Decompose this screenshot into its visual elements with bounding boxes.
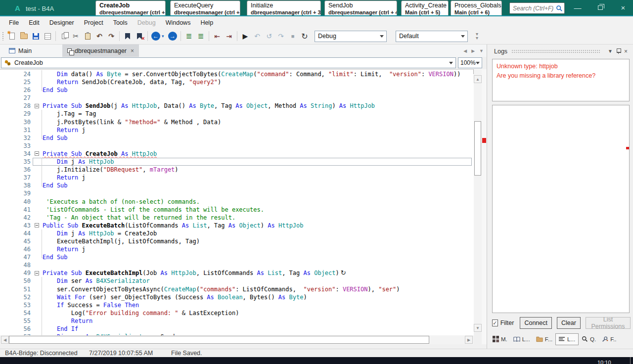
restore-button[interactable] [592, 0, 608, 15]
clear-bookmarks-button[interactable]: ✕ [134, 31, 145, 42]
tab-find-references[interactable]: F.. [599, 333, 619, 345]
search-input[interactable] [513, 5, 556, 12]
code-line[interactable]: 24 Dim data() As Byte = ser.ConvertObjec… [0, 70, 474, 78]
outdent-button[interactable]: ⇤ [212, 31, 223, 42]
scroll-down-icon[interactable]: ▼ [474, 324, 482, 332]
code-line[interactable]: 27 [0, 94, 474, 102]
scroll-tabs-right-icon[interactable]: ▶ [471, 48, 475, 53]
undo-button[interactable]: ↶ [94, 31, 105, 42]
fold-collapse-icon[interactable] [35, 223, 39, 228]
tab-logs[interactable]: L... [555, 333, 579, 345]
paste-button[interactable] [82, 31, 93, 42]
search-icon[interactable] [556, 5, 563, 12]
code-line[interactable]: 51 ser.ConvertObjectToBytesAsync(CreateM… [0, 285, 474, 293]
code-line[interactable]: 41 'ListOfCommands - List of the command… [0, 206, 474, 214]
export-button[interactable] [42, 31, 53, 42]
quick-tab-activity-create[interactable]: Activity_Create Main (ctrl + 5) [401, 0, 449, 16]
tab-files[interactable]: F... [533, 334, 555, 345]
code-line[interactable]: 40 'Executes a batch of (non-select) com… [0, 198, 474, 206]
close-button[interactable]: × [615, 0, 631, 15]
code-line[interactable]: 47End Sub [0, 253, 474, 261]
code-line[interactable]: 42 'Tag - An object that will be returne… [0, 214, 474, 222]
fold-collapse-icon[interactable] [35, 271, 39, 275]
indent-button[interactable]: ⇥ [224, 31, 234, 42]
code-line[interactable]: 53 If Success = False Then [0, 301, 474, 309]
scroll-tabs-left-icon[interactable]: ◀ [463, 48, 467, 53]
quick-tab-executequery[interactable]: ExecuteQuery dbrequestmanager (ctrl + 2 [170, 0, 240, 16]
code-line[interactable]: 30 j.PostBytes(link & "?method=" & Metho… [0, 118, 474, 126]
quick-tab-sendjob[interactable]: SendJob dbrequestmanager (ctrl + 4 [324, 0, 397, 16]
editor-zoom-select[interactable]: 100% [458, 57, 482, 68]
code-line[interactable]: 34Private Sub CreateJob As HttpJob [0, 150, 474, 158]
code-line[interactable]: 29 j.Tag = Tag [0, 110, 474, 118]
build-mode-select[interactable]: Debug [315, 31, 387, 42]
menu-help[interactable]: Help [196, 18, 218, 27]
code-line[interactable]: 38End Sub [0, 182, 474, 189]
sub-navigator-select[interactable]: CreateJob [1, 57, 456, 68]
menu-tools[interactable]: Tools [109, 18, 132, 27]
navigate-back-button[interactable]: ← [150, 31, 161, 42]
code-line[interactable]: 55 Return [0, 317, 474, 325]
quick-tab-createjob[interactable]: CreateJob dbrequestmanager (ctrl + 1 [95, 0, 166, 16]
scroll-right-icon[interactable]: ▶ [465, 336, 473, 344]
cut-button[interactable]: ✂ [70, 31, 81, 42]
close-tab-icon[interactable]: × [131, 47, 134, 54]
code-line[interactable]: 32End Sub [0, 134, 474, 142]
pin-icon[interactable] [616, 48, 621, 54]
tab-list-dropdown-icon[interactable]: ▼ [479, 48, 484, 53]
code-editor[interactable]: 24 Dim data() As Byte = ser.ConvertObjec… [0, 69, 474, 335]
doc-tab-main[interactable]: Main [4, 45, 37, 57]
scroll-left-icon[interactable]: ◀ [1, 336, 9, 344]
code-line[interactable]: 25 Return SendJob(CreateJob, data, Tag, … [0, 78, 474, 86]
menu-edit[interactable]: Edit [24, 18, 44, 27]
code-line[interactable]: 45 ExecuteBatchImpl(j, ListOfCommands, T… [0, 237, 474, 245]
code-line[interactable]: 36 j.Initialize("DBRequest", mTarget) [0, 166, 474, 174]
uncomment-lines-button[interactable]: ≣ [195, 31, 206, 42]
clear-button[interactable]: Clear [557, 317, 581, 329]
new-file-button[interactable] [6, 31, 17, 42]
panel-close-icon[interactable]: × [624, 48, 628, 55]
code-line[interactable]: 31 Return j [0, 126, 474, 134]
toolbar-overflow-button[interactable]: ▾▾ [476, 32, 478, 40]
connect-button[interactable]: Connect [520, 317, 552, 329]
code-line[interactable]: 52 Wait For (ser) ser_ObjectToBytes (Suc… [0, 293, 474, 301]
code-line[interactable]: 37 Return j [0, 174, 474, 182]
build-config-select[interactable]: Default [396, 31, 468, 42]
copy-button[interactable] [58, 31, 69, 42]
code-line[interactable]: 46 Return j [0, 245, 474, 253]
code-line[interactable]: 56 End If [0, 325, 474, 333]
horizontal-scrollbar-thumb[interactable] [9, 336, 429, 344]
filter-checkbox[interactable]: ✓ [492, 319, 498, 326]
menu-designer[interactable]: Designer [45, 18, 79, 27]
code-line[interactable]: 44 Dim j As HttpJob = CreateJob [0, 229, 474, 237]
logs-output-box[interactable] [492, 105, 630, 313]
restart-button[interactable]: ↻ [299, 31, 310, 42]
scroll-up-icon[interactable]: ▲ [474, 75, 482, 83]
back-history-dropdown[interactable]: ▾ [162, 34, 167, 39]
quick-tab-initialize[interactable]: Initialize dbrequestmanager (ctrl + 3 [247, 0, 321, 16]
comment-lines-button[interactable]: ≣ [183, 31, 194, 42]
minimize-button[interactable]: — [570, 0, 586, 15]
code-line[interactable]: 43Public Sub ExecuteBatch(ListOfCommands… [0, 222, 474, 229]
vertical-scrollbar[interactable] [474, 69, 482, 332]
search-box[interactable] [509, 2, 565, 14]
code-line[interactable]: 49Private Sub ExecuteBatchImpl(Job As Ht… [0, 269, 474, 277]
fold-collapse-icon[interactable] [35, 151, 39, 156]
doc-tab-dbrequestmanager[interactable]: dbrequestmanager × [62, 45, 139, 57]
run-button[interactable]: ▶ [240, 31, 251, 42]
save-button[interactable] [30, 31, 41, 42]
error-marker[interactable] [482, 138, 486, 143]
vertical-scrollbar-thumb[interactable] [474, 121, 481, 176]
toggle-bookmark-button[interactable] [122, 31, 133, 42]
code-line[interactable]: 35 Dim j As HttpJob [0, 158, 474, 166]
quick-tab-process-globals[interactable]: Process_Globals Main (ctrl + 6) [451, 0, 502, 16]
windows-taskbar[interactable]: 10:10 [0, 357, 633, 364]
navigate-forward-button[interactable]: → [167, 31, 178, 42]
panel-menu-icon[interactable]: ▼ [608, 48, 613, 54]
open-project-button[interactable] [18, 31, 29, 42]
code-line[interactable]: 28Private Sub SendJob(j As HttpJob, Data… [0, 102, 474, 110]
redo-button[interactable]: ↷ [106, 31, 117, 42]
panel-drag-handle[interactable] [511, 49, 600, 53]
code-line[interactable]: 50 Dim ser As B4XSerializator [0, 277, 474, 285]
code-line[interactable]: 48 [0, 261, 474, 269]
